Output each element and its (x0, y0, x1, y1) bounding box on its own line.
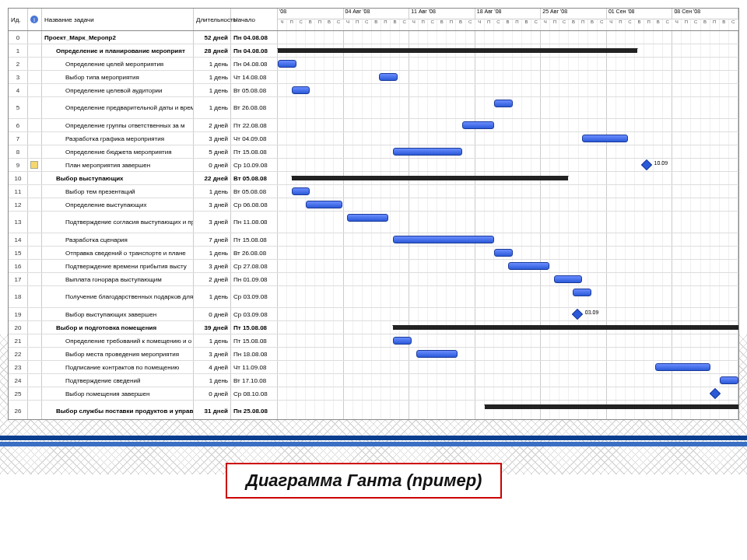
gantt-bar[interactable] (655, 363, 710, 371)
timeline-cell[interactable] (278, 334, 738, 347)
cell-task-name[interactable]: Получение благодарственных подарков для … (42, 286, 194, 307)
cell-task-name[interactable]: Определение целевой аудитории (42, 84, 194, 96)
cell-start[interactable]: Вт 17.10.08 (231, 374, 278, 387)
task-row[interactable]: 22Выбор места проведения мероприятия3 дн… (9, 348, 738, 361)
cell-task-name[interactable]: Подписание контрактов по помещению (42, 361, 194, 373)
cell-start[interactable]: Пн 04.08.08 (231, 58, 278, 70)
task-row[interactable]: 0Проект_Марк_Меропр252 днейПн 04.08.08 (9, 31, 738, 44)
gantt-bar[interactable] (393, 337, 412, 345)
cell-duration[interactable]: 0 дней (194, 159, 231, 171)
cell-start[interactable]: Пт 22.08.08 (231, 119, 278, 131)
timeline-cell[interactable] (278, 58, 738, 70)
gantt-summary-bar[interactable] (485, 404, 738, 409)
cell-task-name[interactable]: Разработка сценария (42, 233, 194, 246)
cell-start[interactable]: Пт 15.08.08 (231, 321, 278, 334)
timeline-cell[interactable] (278, 119, 738, 131)
task-row[interactable]: 16Подтверждение времени прибытия высту3 … (9, 260, 738, 273)
task-row[interactable]: 12Определение выступающих3 днейСр 06.08.… (9, 198, 738, 212)
cell-start[interactable]: Чт 11.09.08 (231, 361, 278, 373)
task-row[interactable]: 17Выплата гонорара выступающим2 днейПн 0… (9, 273, 738, 286)
cell-duration[interactable]: 1 день (194, 71, 231, 83)
gantt-bar[interactable] (347, 214, 388, 222)
gantt-bar[interactable] (393, 236, 494, 243)
cell-duration[interactable]: 1 день (194, 374, 231, 387)
cell-duration[interactable]: 1 день (194, 84, 231, 96)
timeline-cell[interactable] (278, 44, 738, 57)
task-row[interactable]: 1Определение и планирование мероприят28 … (9, 44, 738, 58)
cell-start[interactable]: Пт 15.08.08 (231, 233, 278, 246)
task-row[interactable]: 23Подписание контрактов по помещению4 дн… (9, 361, 738, 374)
timeline-cell[interactable] (278, 71, 738, 83)
timeline-cell[interactable] (278, 132, 738, 145)
task-row[interactable]: 13Подтверждение согласия выступающих и п… (9, 212, 738, 233)
task-row[interactable]: 14Разработка сценария7 днейПт 15.08.08 (9, 233, 738, 247)
timeline-cell[interactable] (278, 212, 738, 233)
gantt-bar[interactable] (494, 100, 513, 107)
task-row[interactable]: 19Выбор выступающих завершен0 днейСр 03.… (9, 308, 738, 321)
task-row[interactable]: 24Подтверждение сведений1 деньВт 17.10.0… (9, 374, 738, 387)
gantt-bar[interactable] (508, 262, 549, 270)
gantt-bar[interactable] (379, 73, 398, 81)
task-row[interactable]: 4Определение целевой аудитории1 деньВт 0… (9, 84, 738, 97)
cell-task-name[interactable]: Определение бюджета мероприятия (42, 145, 194, 158)
cell-task-name[interactable]: Выбор и подготовка помещения (42, 321, 194, 334)
cell-start[interactable]: Вт 05.08.08 (231, 172, 278, 184)
cell-duration[interactable]: 1 день (194, 286, 231, 307)
cell-start[interactable]: Ср 08.10.08 (231, 387, 278, 400)
cell-start[interactable]: Пт 15.08.08 (231, 145, 278, 158)
task-row[interactable]: 11Выбор тем презентаций1 деньВт 05.08.08 (9, 185, 738, 198)
col-header-id[interactable]: Ид. (9, 9, 28, 30)
cell-duration[interactable]: 52 дней (194, 31, 231, 44)
cell-task-name[interactable]: Подтверждение согласия выступающих и про… (42, 212, 194, 233)
cell-duration[interactable]: 3 дней (194, 260, 231, 272)
cell-task-name[interactable]: Определение предварительной даты и време… (42, 97, 194, 118)
timeline-cell[interactable] (278, 97, 738, 118)
cell-start[interactable]: Пн 01.09.08 (231, 273, 278, 285)
cell-duration[interactable]: 1 день (194, 247, 231, 259)
cell-task-name[interactable]: Подтверждение времени прибытия высту (42, 260, 194, 272)
timeline-cell[interactable] (278, 145, 738, 158)
cell-duration[interactable]: 22 дней (194, 172, 231, 184)
cell-duration[interactable]: 31 дней (194, 401, 231, 419)
cell-task-name[interactable]: Разработка графика мероприятия (42, 132, 194, 145)
cell-task-name[interactable]: Выбор службы поставки продуктов и управл… (42, 401, 194, 419)
cell-duration[interactable]: 3 дней (194, 198, 231, 211)
timeline-cell[interactable] (278, 31, 738, 44)
cell-duration[interactable]: 28 дней (194, 44, 231, 57)
cell-duration[interactable]: 1 день (194, 58, 231, 70)
col-header-start[interactable]: Начало (231, 9, 278, 30)
cell-duration[interactable]: 3 дней (194, 348, 231, 360)
cell-task-name[interactable]: Выбор выступающих завершен (42, 308, 194, 320)
gantt-summary-bar[interactable] (278, 48, 637, 53)
cell-duration[interactable]: 2 дней (194, 273, 231, 285)
gantt-bar[interactable] (292, 86, 310, 94)
cell-task-name[interactable]: Определение требований к помещению и о (42, 334, 194, 347)
cell-duration[interactable]: 1 день (194, 185, 231, 198)
timeline-cell[interactable] (278, 348, 738, 360)
cell-start[interactable]: Вт 05.08.08 (231, 185, 278, 198)
cell-task-name[interactable]: Выбор выступающих (42, 172, 194, 184)
cell-duration[interactable]: 39 дней (194, 321, 231, 334)
task-row[interactable]: 8Определение бюджета мероприятия5 днейПт… (9, 145, 738, 159)
task-row[interactable]: 18Получение благодарственных подарков дл… (9, 286, 738, 308)
cell-task-name[interactable]: Отправка сведений о транспорте и плане (42, 247, 194, 259)
cell-start[interactable]: Чт 04.09.08 (231, 132, 278, 145)
timeline-cell[interactable] (278, 387, 738, 400)
gantt-bar[interactable] (306, 201, 342, 208)
gantt-bar[interactable] (573, 289, 591, 296)
cell-duration[interactable]: 3 дней (194, 212, 231, 233)
cell-duration[interactable]: 3 дней (194, 132, 231, 145)
cell-duration[interactable]: 0 дней (194, 387, 231, 400)
timeline-cell[interactable] (278, 172, 738, 184)
gantt-bar[interactable] (494, 249, 513, 257)
timeline-cell[interactable] (278, 361, 738, 373)
cell-start[interactable]: Пн 18.08.08 (231, 348, 278, 360)
cell-start[interactable]: Вт 26.08.08 (231, 97, 278, 118)
task-row[interactable]: 15Отправка сведений о транспорте и плане… (9, 247, 738, 260)
timeline-cell[interactable] (278, 286, 738, 307)
cell-duration[interactable]: 0 дней (194, 308, 231, 320)
cell-duration[interactable]: 2 дней (194, 119, 231, 131)
cell-task-name[interactable]: Определение выступающих (42, 198, 194, 211)
cell-start[interactable]: Пн 04.08.08 (231, 31, 278, 44)
timeline-cell[interactable] (278, 198, 738, 211)
